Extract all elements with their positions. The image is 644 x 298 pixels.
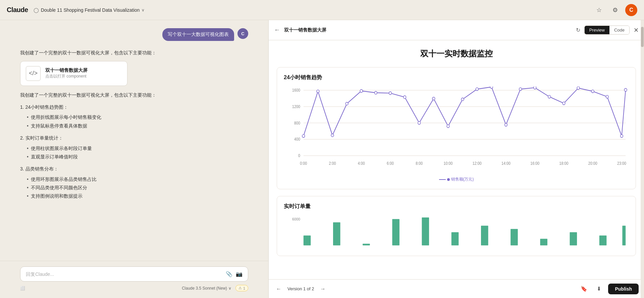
feature-item: 不同品类使用不同颜色区分 — [27, 184, 248, 192]
component-subtitle: 点击以打开 component — [45, 73, 88, 79]
chart-card-line: 24小时销售趋势 1600 1200 800 400 0 — [277, 67, 636, 189]
chevron-down-icon[interactable]: ∨ — [142, 8, 145, 12]
back-button[interactable]: ← — [274, 27, 280, 34]
right-scrollbar[interactable] — [641, 20, 644, 298]
warning-badge: ⚠ 1 — [235, 285, 248, 291]
svg-rect-52 — [451, 232, 459, 245]
feature-section-2: 2. 实时订单量统计： 使用柱状图展示各时段订单量 直观显示订单峰值时段 — [20, 134, 248, 161]
tab-code[interactable]: Code — [609, 26, 629, 34]
version-text: Version 1 of 2 — [287, 286, 314, 291]
svg-point-10 — [302, 135, 305, 138]
chart-card-bar: 实时订单量 6000 — [277, 196, 636, 256]
attachment-icon[interactable]: 📎 — [226, 271, 232, 277]
component-title: 双十一销售数据大屏 — [45, 67, 88, 73]
viz-title: 双十一实时数据监控 — [277, 48, 636, 59]
legend-line: 销售额(万元) — [439, 177, 474, 182]
svg-text:16:00: 16:00 — [530, 161, 539, 165]
camera-icon[interactable]: 📷 — [236, 271, 243, 277]
svg-point-20 — [447, 125, 449, 128]
feature-section-3: 3. 品类销售分布： 使用环形图展示各品类销售占比 不同品类使用不同颜色区分 支… — [20, 165, 248, 200]
right-panel: ← 双十一销售数据大屏 ↻ Preview Code ✕ 双十一实时数据监控 2… — [268, 20, 644, 298]
svg-point-19 — [432, 97, 435, 100]
chart-title-bar: 实时订单量 — [284, 203, 629, 210]
feature-title-3: 3. 品类销售分布： — [20, 165, 248, 173]
svg-point-25 — [519, 88, 522, 91]
left-panel: 写个双十一大数据可视化图表 C 我创建了一个完整的双十一数据可视化大屏，包含以下… — [0, 20, 268, 298]
svg-text:0: 0 — [298, 154, 300, 158]
svg-rect-48 — [333, 222, 340, 246]
svg-rect-51 — [422, 217, 429, 245]
svg-point-11 — [317, 90, 319, 93]
bookmark-button[interactable]: 🔖 — [579, 284, 589, 294]
svg-point-15 — [374, 91, 377, 94]
component-card[interactable]: </> 双十一销售数据大屏 点击以打开 component — [20, 61, 127, 86]
svg-text:0:00: 0:00 — [300, 161, 307, 165]
warning-icon: ⚠ — [238, 286, 242, 290]
svg-point-24 — [505, 123, 507, 126]
svg-rect-53 — [481, 226, 488, 245]
star-button[interactable]: ☆ — [593, 4, 605, 16]
svg-rect-50 — [392, 219, 399, 245]
svg-point-16 — [389, 92, 392, 95]
svg-text:1200: 1200 — [292, 104, 300, 109]
svg-text:6:00: 6:00 — [387, 161, 394, 165]
feature-item: 使用柱状图展示各时段订单量 — [27, 144, 248, 153]
preview-header: ← 双十一销售数据大屏 ↻ Preview Code ✕ — [269, 20, 644, 40]
preview-content[interactable]: 双十一实时数据监控 24小时销售趋势 1600 1200 — [269, 40, 644, 279]
input-area: 📎 📷 ⬜ Claude 3.5 Sonnet (New) ∨ ⚠ 1 — [0, 261, 268, 298]
svg-rect-47 — [304, 236, 311, 245]
tab-preview[interactable]: Preview — [585, 26, 609, 34]
assistant-message: 我创建了一个完整的双十一数据可视化大屏，包含以下主要功能： </> 双十一销售数… — [20, 49, 248, 200]
svg-text:1600: 1600 — [292, 88, 300, 93]
bar-chart-svg: 6000 — [284, 215, 629, 249]
svg-point-26 — [534, 87, 536, 89]
bar-chart-container: 6000 — [284, 215, 629, 249]
input-footer: ⬜ Claude 3.5 Sonnet (New) ∨ ⚠ 1 — [20, 285, 248, 291]
avatar[interactable]: C — [625, 4, 637, 16]
next-version-button[interactable]: → — [318, 284, 328, 294]
svg-point-21 — [461, 98, 464, 101]
svg-rect-58 — [622, 226, 626, 245]
settings-button[interactable]: ⚙ — [609, 4, 621, 16]
prev-version-button[interactable]: ← — [274, 284, 283, 294]
svg-point-23 — [490, 87, 493, 88]
line-chart-svg: 1600 1200 800 400 0 — [284, 87, 629, 174]
feature-list-2: 使用柱状图展示各时段订单量 直观显示订单峰值时段 — [20, 144, 248, 161]
app-logo: Claude — [7, 6, 28, 14]
svg-text:4:00: 4:00 — [358, 161, 365, 165]
svg-text:800: 800 — [294, 121, 300, 125]
svg-point-13 — [345, 102, 348, 105]
refresh-button[interactable]: ↻ — [576, 27, 580, 33]
model-select[interactable]: Claude 3.5 Sonnet (New) ∨ — [182, 286, 231, 291]
feature-item: 支持鼠标悬停查看具体数据 — [27, 122, 248, 130]
feature-list-1: 使用折线图展示每小时销售额变化 支持鼠标悬停查看具体数据 — [20, 113, 248, 130]
svg-point-12 — [331, 134, 334, 137]
chart-title-line: 24小时销售趋势 — [284, 74, 629, 81]
sidebar-toggle[interactable]: ⬜ — [20, 286, 25, 291]
svg-rect-56 — [570, 232, 577, 245]
chevron-icon: ∨ — [228, 286, 231, 291]
svg-point-14 — [360, 90, 363, 93]
svg-rect-55 — [540, 239, 547, 246]
publish-button[interactable]: Publish — [608, 284, 639, 294]
close-button[interactable]: ✕ — [634, 27, 639, 34]
top-nav: Claude ◯ Double 11 Shopping Festival Dat… — [0, 0, 644, 20]
scrollbar-thumb — [641, 27, 644, 47]
chat-input[interactable] — [26, 271, 222, 277]
svg-point-30 — [591, 90, 594, 93]
svg-rect-49 — [363, 244, 370, 245]
legend-dot — [447, 178, 450, 181]
nav-title-area: ◯ Double 11 Shopping Festival Data Visua… — [34, 7, 588, 13]
download-button[interactable]: ⬇ — [593, 284, 604, 294]
nav-title: Double 11 Shopping Festival Data Visuali… — [41, 7, 140, 13]
line-chart-container: 1600 1200 800 400 0 — [284, 87, 629, 174]
model-name: Claude 3.5 Sonnet (New) — [182, 286, 227, 291]
svg-text:6000: 6000 — [292, 217, 300, 221]
svg-point-33 — [624, 88, 627, 91]
svg-text:400: 400 — [294, 137, 300, 142]
svg-text:18:00: 18:00 — [559, 161, 568, 165]
legend-label: 销售额(万元) — [451, 177, 474, 182]
svg-text:20:00: 20:00 — [588, 161, 597, 165]
svg-point-29 — [577, 87, 580, 90]
svg-text:12:00: 12:00 — [473, 161, 482, 165]
